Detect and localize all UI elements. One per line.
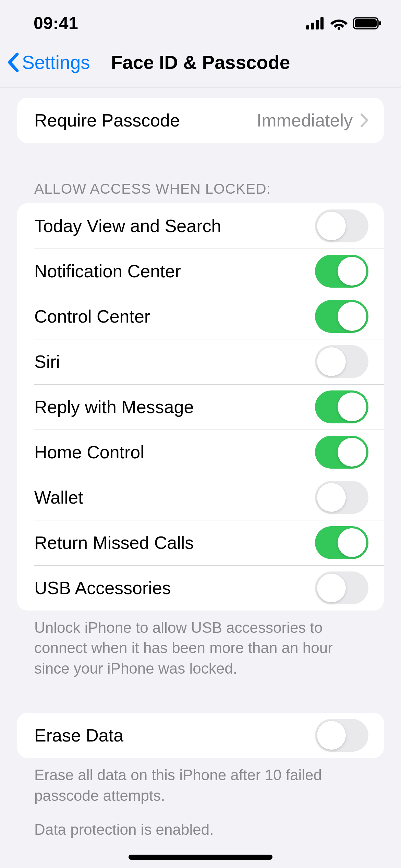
allow-access-label: Return Missed Calls: [34, 532, 315, 553]
toggle-allow-access[interactable]: [315, 526, 368, 559]
allow-access-label: USB Accessories: [34, 578, 315, 598]
svg-point-4: [338, 27, 340, 30]
cell-allow-access: Siri: [17, 339, 384, 384]
cell-allow-access: Return Missed Calls: [17, 520, 384, 565]
erase-footer-1: Erase all data on this iPhone after 10 f…: [34, 765, 367, 806]
svg-rect-2: [316, 20, 319, 29]
allow-access-label: Siri: [34, 351, 315, 372]
status-bar: 09:41: [0, 0, 401, 38]
section-allow-access: ALLOW ACCESS WHEN LOCKED: Today View and…: [17, 181, 384, 678]
allow-access-label: Reply with Message: [34, 397, 315, 417]
toggle-erase-data[interactable]: [315, 719, 368, 752]
allow-access-footer-text: Unlock iPhone to allow USB accessories t…: [34, 617, 367, 678]
cell-allow-access: Today View and Search: [17, 203, 384, 249]
svg-rect-6: [355, 19, 377, 27]
svg-rect-1: [311, 23, 314, 29]
cell-erase-data: Erase Data: [17, 713, 384, 758]
toggle-allow-access[interactable]: [315, 571, 368, 604]
section-footer-allow-access: Unlock iPhone to allow USB accessories t…: [17, 611, 384, 678]
cell-require-passcode[interactable]: Require Passcode Immediately: [17, 98, 384, 143]
page-title: Face ID & Passcode: [111, 51, 290, 73]
section-header-allow-access: ALLOW ACCESS WHEN LOCKED:: [17, 181, 384, 203]
toggle-allow-access[interactable]: [315, 345, 368, 378]
toggle-allow-access[interactable]: [315, 436, 368, 469]
svg-rect-3: [320, 17, 324, 29]
section-require-passcode: Require Passcode Immediately: [17, 98, 384, 143]
home-indicator: [129, 855, 272, 860]
status-time: 09:41: [34, 13, 78, 33]
status-right-cluster: [306, 16, 382, 30]
toggle-allow-access[interactable]: [315, 300, 368, 333]
require-passcode-label: Require Passcode: [34, 110, 257, 131]
allow-access-label: Notification Center: [34, 261, 315, 281]
toggle-allow-access[interactable]: [315, 255, 368, 288]
cellular-icon: [306, 17, 325, 29]
require-passcode-value: Immediately: [257, 110, 353, 131]
allow-access-label: Today View and Search: [34, 216, 315, 236]
cell-allow-access: Reply with Message: [17, 384, 384, 430]
toggle-allow-access[interactable]: [315, 481, 368, 514]
erase-data-label: Erase Data: [34, 725, 315, 746]
chevron-right-icon: [360, 113, 368, 128]
battery-icon: [353, 16, 382, 30]
svg-rect-0: [306, 25, 309, 29]
allow-access-label: Home Control: [34, 442, 315, 462]
section-erase-data: Erase Data Erase all data on this iPhone…: [17, 713, 384, 840]
back-label: Settings: [22, 51, 90, 73]
section-footer-erase: Erase all data on this iPhone after 10 f…: [17, 758, 384, 840]
allow-access-label: Control Center: [34, 306, 315, 327]
toggle-allow-access[interactable]: [315, 209, 368, 242]
wifi-icon: [330, 17, 348, 30]
chevron-left-icon: [7, 52, 21, 73]
cell-allow-access: Wallet: [17, 475, 384, 520]
allow-access-label: Wallet: [34, 487, 315, 508]
back-button[interactable]: Settings: [7, 51, 90, 73]
cell-allow-access: Notification Center: [17, 249, 384, 294]
cell-allow-access: Home Control: [17, 430, 384, 475]
svg-rect-7: [379, 21, 381, 25]
toggle-allow-access[interactable]: [315, 390, 368, 423]
cell-allow-access: Control Center: [17, 294, 384, 339]
nav-bar: Settings Face ID & Passcode: [0, 38, 401, 87]
cell-allow-access: USB Accessories: [17, 565, 384, 611]
erase-footer-2: Data protection is enabled.: [34, 819, 367, 840]
